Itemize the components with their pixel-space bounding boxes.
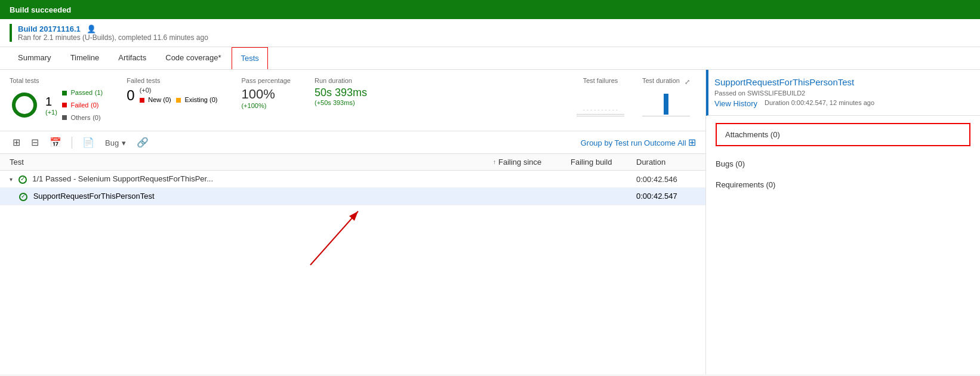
others-label: Others bbox=[71, 114, 91, 121]
failed-tests-row: 0 (+0) New (0) Existing (0) bbox=[127, 87, 217, 104]
test-item-row[interactable]: SupportRequestForThisPersonTest 0:00:42.… bbox=[0, 188, 705, 205]
build-info-left: Build 20171116.1 👤 Ran for 2.1 minutes (… bbox=[10, 24, 208, 42]
failed-label: Failed bbox=[71, 101, 89, 109]
new-label: New (0) bbox=[140, 95, 171, 104]
total-tests-label: Total tests bbox=[10, 77, 103, 84]
others-dot bbox=[62, 115, 67, 120]
arrow-svg bbox=[239, 205, 418, 277]
group-by-label: Group by bbox=[581, 138, 612, 147]
tab-tests[interactable]: Tests bbox=[232, 47, 267, 69]
total-tests-row: 1 (+1) Passed (1) Failed (0) bbox=[10, 87, 103, 124]
calendar-icon[interactable]: 📅 bbox=[47, 135, 64, 150]
total-tests-sub: (+1) bbox=[45, 109, 57, 116]
passed-sub: (1) bbox=[95, 89, 103, 96]
col-header-failing-since: ↑ Failing since bbox=[493, 158, 571, 167]
test-item-duration: 0:00:42.547 bbox=[636, 192, 696, 201]
col-header-test: Test bbox=[10, 158, 493, 167]
attachments-header[interactable]: Attachments (0) bbox=[717, 124, 969, 145]
failed-legend: Failed (0) bbox=[62, 99, 103, 112]
failed-tests-value: 0 bbox=[127, 87, 134, 104]
test-group-duration: 0:00:42.546 bbox=[636, 175, 696, 184]
tab-timeline[interactable]: Timeline bbox=[62, 47, 108, 69]
test-failures-label: Test failures bbox=[583, 77, 618, 84]
test-duration-bar bbox=[642, 87, 690, 116]
total-tests-metric: Total tests 1 (+1) bbox=[10, 77, 103, 124]
tab-summary[interactable]: Summary bbox=[10, 47, 60, 69]
passed-label: Passed bbox=[71, 89, 93, 96]
failed-tests-details: (+0) New (0) Existing (0) bbox=[140, 87, 218, 104]
bugs-label[interactable]: Bugs (0) bbox=[716, 159, 745, 168]
passed-on: Passed on SWISSLIFEBUILD2 bbox=[714, 90, 805, 97]
test-group-cell: ▾ 1/1 Passed - Selenium SupportRequestFo… bbox=[10, 174, 493, 184]
col-header-failing-build: Failing build bbox=[571, 158, 636, 167]
test-item-label: SupportRequestForThisPersonTest bbox=[33, 192, 155, 201]
donut-svg bbox=[10, 90, 39, 120]
total-tests-value: 1 bbox=[45, 95, 57, 109]
top-bar: Build succeeded bbox=[0, 0, 980, 19]
test-group-row[interactable]: ▾ 1/1 Passed - Selenium SupportRequestFo… bbox=[0, 171, 705, 188]
new-dot bbox=[140, 98, 144, 103]
sort-icon[interactable]: ↑ bbox=[493, 159, 496, 165]
right-charts: Test failures - - - - - - - - - - Test d… bbox=[577, 77, 696, 116]
group-by-text: Group by Test run Outcome All ⊞ bbox=[581, 137, 696, 148]
failed-tests-label: Failed tests bbox=[127, 77, 217, 84]
toolbar: ⊞ ⊟ 📅 📄 Bug ▾ 🔗 Group by Test run Outcom… bbox=[0, 131, 705, 154]
duration-bar bbox=[664, 94, 668, 115]
toolbar-divider bbox=[72, 137, 72, 149]
svg-point-1 bbox=[14, 94, 35, 116]
file-icon[interactable]: 📄 bbox=[79, 135, 97, 150]
test-failures-header: Test failures bbox=[583, 77, 618, 87]
right-panel-meta2: View History Duration 0:00:42.547, 12 mi… bbox=[714, 99, 970, 108]
run-duration-value: 50s 393ms bbox=[315, 87, 367, 99]
right-panel-title: SupportRequestForThisPersonTest bbox=[714, 77, 970, 87]
requirements-label[interactable]: Requirements (0) bbox=[716, 180, 775, 189]
pass-pct-label: Pass percentage bbox=[241, 77, 291, 84]
metrics-bar: Total tests 1 (+1) bbox=[0, 70, 705, 131]
link-icon[interactable]: 🔗 bbox=[134, 135, 152, 150]
test-duration-chart: Test duration ⤢ bbox=[642, 77, 690, 116]
test-legend: Passed (1) Failed (0) Others (0) bbox=[62, 87, 103, 124]
total-tests-details: 1 (+1) bbox=[45, 95, 57, 116]
duration-info: Duration 0:00:42.547, 12 minutes ago bbox=[765, 99, 874, 108]
passed-check-icon bbox=[19, 175, 27, 184]
item-check-icon bbox=[19, 193, 27, 201]
existing-dot bbox=[176, 98, 181, 103]
run-duration-label: Run duration bbox=[315, 77, 367, 84]
failures-dash: - - - - - - - - - - bbox=[577, 106, 624, 114]
right-panel-meta: Passed on SWISSLIFEBUILD2 bbox=[714, 90, 970, 97]
outcome-label: Outcome bbox=[644, 138, 676, 147]
expand-icon[interactable]: ⤢ bbox=[685, 78, 690, 86]
build-title: Build 20171116.1 👤 bbox=[18, 24, 208, 33]
svg-line-3 bbox=[310, 211, 358, 265]
chevron-icon[interactable]: ▾ bbox=[10, 176, 13, 183]
table-header: Test ↑ Failing since Failing build Durat… bbox=[0, 154, 705, 171]
pass-pct-value: 100% bbox=[241, 87, 291, 102]
test-item-cell: SupportRequestForThisPersonTest bbox=[19, 192, 493, 201]
passed-legend: Passed (1) bbox=[62, 87, 103, 99]
view-history-link[interactable]: View History bbox=[714, 99, 757, 108]
group-by-value[interactable]: Test run bbox=[615, 138, 642, 147]
existing-label: Existing (0) bbox=[176, 95, 218, 104]
new-text: New (0) bbox=[148, 96, 171, 103]
grid-icon[interactable]: ⊞ bbox=[10, 135, 23, 150]
failed-sub: (0) bbox=[91, 101, 98, 109]
run-duration-metric: Run duration 50s 393ms (+50s 393ms) bbox=[315, 77, 367, 106]
others-sub: (0) bbox=[93, 114, 100, 121]
bug-label: Bug bbox=[105, 138, 119, 147]
bug-chevron: ▾ bbox=[122, 138, 126, 147]
tab-artifacts[interactable]: Artifacts bbox=[110, 47, 155, 69]
panel-icon[interactable]: ⊟ bbox=[28, 135, 42, 150]
top-bar-title: Build succeeded bbox=[10, 5, 71, 14]
test-failures-bar: - - - - - - - - - - bbox=[577, 87, 624, 116]
failures-chart-area: - - - - - - - - - - bbox=[577, 91, 624, 115]
failed-tests-metric: Failed tests 0 (+0) New (0) Existi bbox=[127, 77, 217, 104]
build-info: Build 20171116.1 👤 Ran for 2.1 minutes (… bbox=[0, 19, 980, 47]
col-header-duration: Duration bbox=[636, 158, 696, 167]
outcome-value[interactable]: All bbox=[677, 138, 686, 147]
main-panel: Total tests 1 (+1) bbox=[0, 70, 705, 374]
tab-code-coverage[interactable]: Code coverage* bbox=[157, 47, 229, 69]
tabs-bar: Summary Timeline Artifacts Code coverage… bbox=[0, 47, 980, 70]
view-toggle[interactable]: ⊞ bbox=[688, 137, 696, 147]
right-panel-header: SupportRequestForThisPersonTest Passed o… bbox=[706, 70, 980, 116]
bug-btn[interactable]: Bug ▾ bbox=[102, 135, 129, 150]
